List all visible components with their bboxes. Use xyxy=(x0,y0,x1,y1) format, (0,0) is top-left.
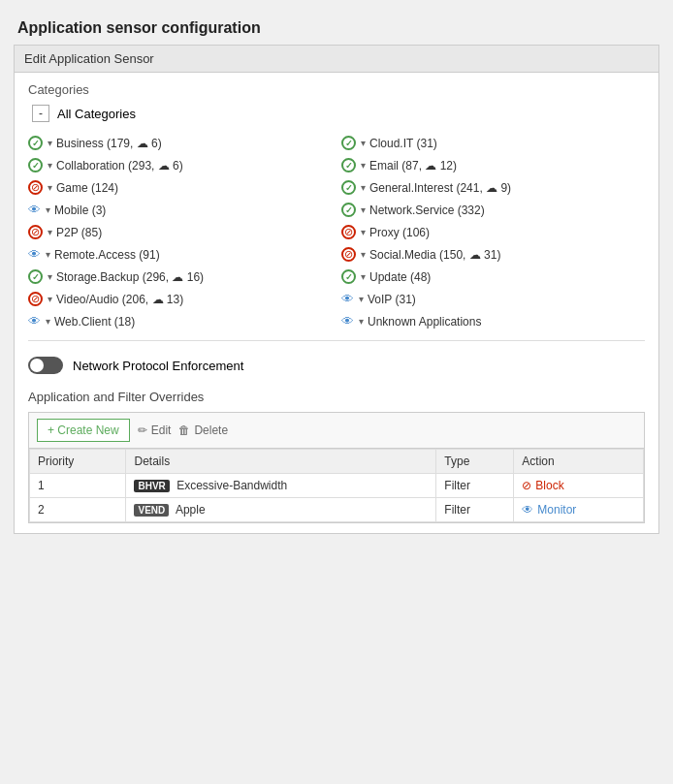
cell-type: Filter xyxy=(436,474,514,498)
red-block-icon xyxy=(28,292,43,306)
green-check-icon xyxy=(28,158,43,172)
cat-name: Business (179, ☁ 6) xyxy=(56,137,162,150)
cat-name: Mobile (3) xyxy=(54,204,106,217)
category-item-update: ▾Update (48) xyxy=(341,267,645,286)
cat-dropdown-arrow[interactable]: ▾ xyxy=(359,294,364,304)
category-item-email: ▾Email (87, ☁ 12) xyxy=(341,156,645,174)
delete-icon: 🗑 xyxy=(178,423,190,437)
detail-name: Excessive-Bandwidth xyxy=(176,479,287,492)
edit-icon: ✏ xyxy=(138,423,147,437)
panel-header: Edit Application Sensor xyxy=(15,46,658,73)
cat-name: Collaboration (293, ☁ 6) xyxy=(56,159,183,172)
green-check-icon xyxy=(341,136,356,150)
cat-name: VoIP (31) xyxy=(368,293,416,306)
green-check-icon xyxy=(28,269,43,284)
table-header-row: Priority Details Type Action xyxy=(30,450,644,474)
overrides-section: Application and Filter Overrides + Creat… xyxy=(28,390,645,523)
categories-label: Categories xyxy=(28,82,645,97)
cell-details: VEND Apple xyxy=(126,498,436,522)
cat-dropdown-arrow[interactable]: ▾ xyxy=(48,294,52,304)
category-item-mobile: 👁▾Mobile (3) xyxy=(28,201,332,219)
cell-action: 👁 Monitor xyxy=(514,498,644,522)
cat-dropdown-arrow[interactable]: ▾ xyxy=(361,271,366,282)
green-check-icon xyxy=(341,203,356,217)
table-row: 2 VEND Apple Filter 👁 Monitor xyxy=(30,498,644,522)
cell-priority: 2 xyxy=(30,498,126,522)
cat-dropdown-arrow[interactable]: ▾ xyxy=(361,249,366,260)
cat-name: Remote.Access (91) xyxy=(54,248,160,262)
all-categories-label: All Categories xyxy=(57,107,136,121)
cat-dropdown-arrow[interactable]: ▾ xyxy=(361,227,366,237)
category-item-game: ▾Game (124) xyxy=(28,178,332,197)
category-item-network-service: ▾Network.Service (332) xyxy=(341,201,645,219)
cat-name: Cloud.IT (31) xyxy=(369,137,437,150)
cat-dropdown-arrow[interactable]: ▾ xyxy=(359,316,364,327)
cat-dropdown-arrow[interactable]: ▾ xyxy=(361,160,366,171)
all-categories-toggle-btn[interactable]: - xyxy=(32,105,49,122)
eye-icon: 👁 xyxy=(341,314,354,329)
block-icon: ⊘ xyxy=(522,479,531,492)
delete-button[interactable]: 🗑 Delete xyxy=(178,423,228,437)
page-title: Application sensor configuration xyxy=(10,10,663,45)
category-item-storage-backup: ▾Storage.Backup (296, ☁ 16) xyxy=(28,267,332,286)
cat-dropdown-arrow[interactable]: ▾ xyxy=(48,138,52,148)
category-item-web-client: 👁▾Web.Client (18) xyxy=(28,312,332,330)
cell-details: BHVR Excessive-Bandwidth xyxy=(126,474,436,498)
green-check-icon xyxy=(341,158,356,172)
cat-dropdown-arrow[interactable]: ▾ xyxy=(48,182,52,193)
tag-label: VEND xyxy=(134,504,169,517)
cat-dropdown-arrow[interactable]: ▾ xyxy=(361,204,366,215)
cat-name: Storage.Backup (296, ☁ 16) xyxy=(56,270,204,284)
cat-dropdown-arrow[interactable]: ▾ xyxy=(46,249,50,260)
category-item-cloud-it: ▾Cloud.IT (31) xyxy=(341,134,645,152)
eye-icon: 👁 xyxy=(28,203,41,217)
cat-dropdown-arrow[interactable]: ▾ xyxy=(48,271,52,282)
network-protocol-toggle[interactable] xyxy=(28,357,63,374)
cat-name: Email (87, ☁ 12) xyxy=(369,159,457,172)
categories-grid: ▾Business (179, ☁ 6)▾Cloud.IT (31)▾Colla… xyxy=(28,134,645,330)
edit-label: Edit xyxy=(151,423,172,437)
delete-label: Delete xyxy=(194,423,228,437)
col-type: Type xyxy=(436,450,514,474)
panel-body: Categories - All Categories ▾Business (1… xyxy=(15,73,658,533)
category-item-unknown-apps: 👁▾Unknown Applications xyxy=(341,312,645,330)
red-block-icon xyxy=(28,180,43,195)
green-check-icon xyxy=(341,269,356,284)
network-protocol-label: Network Protocol Enforcement xyxy=(73,359,243,373)
eye-action-icon: 👁 xyxy=(522,503,533,517)
cat-dropdown-arrow[interactable]: ▾ xyxy=(46,204,50,215)
green-check-icon xyxy=(28,136,43,150)
edit-button[interactable]: ✏ Edit xyxy=(138,423,172,437)
col-action: Action xyxy=(514,450,644,474)
cat-dropdown-arrow[interactable]: ▾ xyxy=(46,316,50,327)
cat-dropdown-arrow[interactable]: ▾ xyxy=(48,227,52,237)
category-item-general-interest: ▾General.Interest (241, ☁ 9) xyxy=(341,178,645,197)
cat-dropdown-arrow[interactable]: ▾ xyxy=(48,160,52,171)
cat-name: Proxy (106) xyxy=(369,226,430,239)
cat-dropdown-arrow[interactable]: ▾ xyxy=(361,138,366,148)
col-details: Details xyxy=(126,450,436,474)
eye-icon: 👁 xyxy=(28,314,41,329)
tag-label: BHVR xyxy=(134,480,169,492)
all-categories-row: - All Categories xyxy=(28,105,645,122)
cat-name: Social.Media (150, ☁ 31) xyxy=(369,248,500,262)
category-item-collaboration: ▾Collaboration (293, ☁ 6) xyxy=(28,156,332,174)
create-new-button[interactable]: + Create New xyxy=(37,419,130,442)
action-block: ⊘ Block xyxy=(522,479,635,492)
category-item-business: ▾Business (179, ☁ 6) xyxy=(28,134,332,152)
cat-name: Game (124) xyxy=(56,181,118,195)
detail-name: Apple xyxy=(176,503,206,517)
overrides-panel: + Create New ✏ Edit 🗑 Delete xyxy=(28,412,645,523)
create-new-label: + Create New xyxy=(48,423,119,437)
cell-priority: 1 xyxy=(30,474,126,498)
eye-icon: 👁 xyxy=(28,247,41,262)
divider xyxy=(28,340,645,341)
category-item-remote-access: 👁▾Remote.Access (91) xyxy=(28,245,332,264)
col-priority: Priority xyxy=(30,450,126,474)
cat-dropdown-arrow[interactable]: ▾ xyxy=(361,182,366,193)
green-check-icon xyxy=(341,180,356,195)
cat-name: Update (48) xyxy=(369,270,431,284)
red-block-icon xyxy=(28,225,43,239)
network-protocol-row: Network Protocol Enforcement xyxy=(28,351,645,380)
cell-type: Filter xyxy=(436,498,514,522)
